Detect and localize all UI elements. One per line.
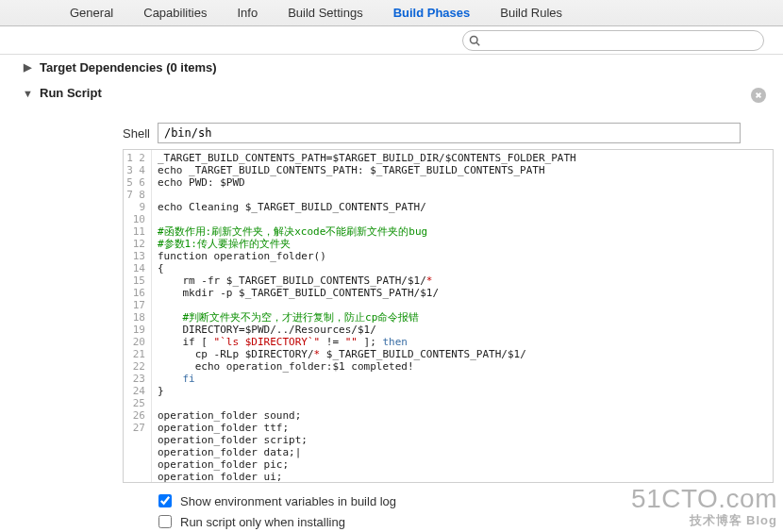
only-install-label: Run script only when installing [180, 515, 345, 529]
filter-bar [0, 26, 783, 55]
phase-target-dependencies-title: Target Dependencies (0 items) [40, 60, 217, 75]
disclosure-right-icon: ▶ [23, 61, 32, 74]
tab-build-settings[interactable]: Build Settings [284, 4, 367, 22]
disclosure-down-icon: ▼ [23, 88, 32, 99]
search-input[interactable] [462, 30, 764, 51]
tab-general[interactable]: General [66, 4, 117, 22]
show-env-checkbox[interactable] [158, 494, 172, 507]
script-options: Show environment variables in build log … [155, 490, 766, 532]
only-install-checkbox[interactable] [158, 515, 172, 528]
phase-run-script-header[interactable]: ▼ Run Script [23, 86, 766, 100]
close-icon [755, 91, 762, 99]
svg-line-1 [476, 42, 479, 45]
phase-target-dependencies: ▶ Target Dependencies (0 items) [0, 55, 783, 80]
shell-label: Shell [123, 126, 150, 141]
delete-phase-button[interactable] [751, 88, 766, 103]
script-editor[interactable]: 1 2 3 4 5 6 7 8 9 10 11 12 13 14 15 16 1… [123, 149, 774, 483]
script-code[interactable]: _TARGET_BUILD_CONTENTS_PATH=$TARGET_BUIL… [152, 150, 773, 482]
search-field-wrap [462, 30, 764, 51]
tab-build-phases[interactable]: Build Phases [390, 4, 475, 22]
phase-target-dependencies-header[interactable]: ▶ Target Dependencies (0 items) [23, 60, 766, 75]
show-env-label: Show environment variables in build log [180, 494, 396, 508]
tab-info[interactable]: Info [233, 4, 261, 22]
tab-build-rules[interactable]: Build Rules [496, 4, 566, 22]
shell-input[interactable] [158, 123, 741, 143]
search-icon [469, 35, 480, 46]
phase-run-script: ▼ Run Script Shell 1 2 3 4 5 6 7 8 9 10 … [0, 80, 783, 532]
shell-row: Shell [123, 123, 766, 143]
tab-bar: General Capabilities Info Build Settings… [0, 0, 783, 26]
phase-run-script-title: Run Script [40, 86, 102, 100]
script-gutter: 1 2 3 4 5 6 7 8 9 10 11 12 13 14 15 16 1… [124, 150, 152, 482]
svg-point-0 [471, 36, 478, 43]
tab-capabilities[interactable]: Capabilities [140, 4, 210, 22]
